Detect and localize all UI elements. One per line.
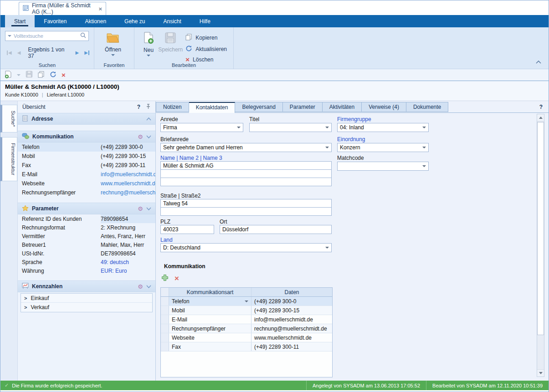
document-tab[interactable]: Firma (Müller & Schmidt AG (K...) — [19, 2, 106, 15]
row-selector[interactable] — [161, 306, 169, 315]
scroll-up-icon[interactable] — [537, 114, 544, 122]
quick-copy-icon[interactable] — [38, 71, 45, 79]
gear-icon[interactable] — [138, 206, 143, 212]
vertical-scrollbar[interactable] — [537, 114, 544, 377]
anrede-combobox[interactable]: Firma — [160, 123, 243, 132]
cell-art[interactable]: Webseite — [169, 333, 251, 342]
cell-daten[interactable]: (+49) 2289 300-0 — [251, 297, 332, 305]
cell-art[interactable]: Telefon — [169, 297, 251, 305]
expand-icon[interactable] — [24, 305, 27, 310]
name3-input[interactable] — [160, 178, 332, 186]
tab-verweise[interactable]: Verweise (4) — [362, 102, 406, 112]
dropdown-icon[interactable] — [245, 300, 248, 302]
new-button[interactable]: Neu — [139, 31, 158, 63]
cell-art[interactable]: Fax — [169, 342, 251, 351]
row-selector[interactable] — [161, 342, 169, 351]
open-dropdown-icon[interactable] — [111, 54, 115, 56]
strasse1-input[interactable] — [160, 199, 332, 208]
cell-daten[interactable]: info@muellerschmidt.de — [251, 315, 332, 324]
menu-favoriten[interactable]: Favoriten — [35, 15, 76, 27]
overview-help-icon[interactable] — [137, 104, 140, 110]
matchcode-combobox[interactable] — [337, 162, 429, 171]
row-selector[interactable] — [161, 297, 169, 305]
dropdown-icon[interactable] — [422, 127, 426, 128]
tab-kontaktdaten[interactable]: Kontaktdaten — [189, 102, 236, 113]
quick-new-dropdown-icon[interactable] — [17, 74, 21, 76]
dropdown-icon[interactable] — [422, 165, 426, 167]
dropdown-icon[interactable] — [422, 147, 426, 148]
dropdown-icon[interactable] — [325, 127, 329, 128]
add-row-icon[interactable] — [161, 274, 169, 283]
cell-art[interactable]: Rechnungsempfänger — [169, 324, 251, 333]
name2-input[interactable] — [160, 169, 332, 178]
cell-daten[interactable]: rechnung@muellerschmidt.de — [251, 324, 332, 333]
scroll-down-icon[interactable] — [537, 369, 544, 377]
menu-gehe-zu[interactable]: Gehe zu — [115, 15, 154, 27]
firmengruppe-label[interactable]: Firmengruppe — [337, 116, 371, 122]
firmengruppe-combobox[interactable]: 04: Inland — [337, 123, 429, 132]
tab-parameter[interactable]: Parameter — [283, 102, 323, 112]
quick-refresh-icon[interactable] — [50, 71, 56, 79]
gear-icon[interactable] — [138, 284, 143, 290]
gear-icon[interactable] — [138, 134, 143, 140]
search-dropdown-icon[interactable] — [8, 35, 11, 37]
menu-ansicht[interactable]: Ansicht — [154, 15, 190, 27]
expand-icon[interactable] — [24, 295, 27, 301]
cell-daten[interactable]: www.muellerschmidt.de — [251, 333, 332, 342]
section-kommunikation[interactable]: Kommunikation — [18, 131, 155, 143]
einordnung-combobox[interactable]: Konzern — [337, 143, 429, 152]
sidetab-firmenstruktur[interactable]: Firmenstruktur — [0, 137, 17, 181]
save-button[interactable]: Speichern — [158, 31, 183, 63]
briefanrede-combobox[interactable]: Sehr geehrte Damen und Herren — [160, 143, 332, 152]
currency-link[interactable]: EUR: Euro — [101, 266, 155, 275]
quick-delete-icon[interactable] — [62, 72, 66, 78]
quick-new-icon[interactable] — [5, 71, 12, 80]
kennzahlen-verkauf[interactable]: Verkauf — [21, 303, 152, 312]
col-daten[interactable]: Daten — [251, 288, 332, 296]
chevron-down-icon[interactable] — [146, 283, 151, 290]
ort-input[interactable] — [220, 225, 332, 234]
invoice-email-link[interactable]: rechnung@muellerschmidt.de — [101, 189, 156, 196]
copy-button[interactable]: Kopieren — [185, 34, 227, 42]
search-icon[interactable] — [80, 32, 86, 40]
pin-icon[interactable] — [146, 104, 151, 111]
row-selector[interactable] — [161, 333, 169, 342]
cell-art[interactable]: Mobil — [169, 306, 251, 315]
dropdown-icon[interactable] — [325, 147, 329, 148]
chevron-up-icon[interactable] — [146, 116, 151, 122]
tab-belegversand[interactable]: Belegversand — [235, 102, 282, 112]
land-combobox[interactable]: D: Deutschland — [160, 243, 332, 252]
main-help-icon[interactable] — [539, 104, 543, 110]
name-label[interactable]: Name | Name 2 | Name 3 — [160, 155, 222, 161]
sidetab-suche[interactable]: Suche* — [0, 105, 17, 132]
row-selector[interactable] — [161, 324, 169, 333]
menu-hilfe[interactable]: Hilfe — [190, 15, 220, 27]
last-result-icon[interactable] — [84, 51, 89, 55]
email-link[interactable]: info@muellerschmidt.de — [101, 171, 156, 178]
delete-button[interactable]: Löschen — [185, 56, 227, 63]
section-kennzahlen[interactable]: Kennzahlen — [18, 280, 155, 292]
dropdown-icon[interactable] — [237, 127, 241, 128]
website-link[interactable]: www.muellerschmidt.de — [101, 180, 156, 187]
menu-start[interactable]: Start — [5, 15, 35, 27]
row-selector[interactable] — [161, 315, 169, 324]
section-adresse[interactable]: Adresse — [18, 113, 155, 125]
col-kommunikationsart[interactable]: Kommunikationsart — [169, 288, 251, 296]
chevron-down-icon[interactable] — [146, 133, 151, 140]
cell-art[interactable]: E-Mail — [169, 315, 251, 324]
plz-input[interactable] — [160, 225, 214, 234]
tab-notizen[interactable]: Notizen — [156, 102, 189, 112]
next-result-icon[interactable] — [76, 51, 79, 55]
land-label[interactable]: Land — [160, 237, 173, 243]
ribbon-collapse-icon[interactable] — [536, 59, 541, 65]
close-icon[interactable] — [98, 5, 102, 12]
quick-save-icon[interactable] — [26, 71, 33, 79]
fulltext-search-box[interactable] — [5, 31, 89, 41]
dropdown-icon[interactable] — [325, 247, 329, 249]
delete-row-icon[interactable] — [174, 275, 179, 282]
language-link[interactable]: 49: deutsch — [101, 258, 155, 266]
scrollbar-thumb[interactable] — [537, 122, 544, 335]
new-dropdown-icon[interactable] — [147, 55, 150, 56]
previous-result-icon[interactable] — [17, 51, 21, 55]
search-input[interactable] — [14, 33, 78, 39]
